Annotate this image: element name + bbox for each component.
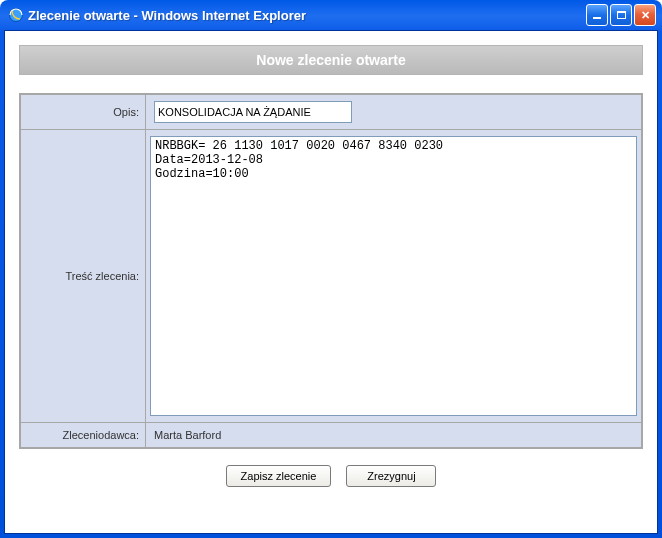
- minimize-button[interactable]: [586, 4, 608, 26]
- zleceniodawca-value: Marta Barford: [154, 429, 221, 441]
- window-controls: [586, 4, 656, 26]
- opis-label: Opis:: [21, 95, 146, 130]
- maximize-button[interactable]: [610, 4, 632, 26]
- window-frame: Zlecenie otwarte - Windows Internet Expl…: [0, 0, 662, 538]
- window-title: Zlecenie otwarte - Windows Internet Expl…: [28, 8, 586, 23]
- tresc-textarea[interactable]: [150, 136, 637, 416]
- button-row: Zapisz zlecenie Zrezygnuj: [19, 449, 643, 487]
- opis-input[interactable]: [154, 101, 352, 123]
- save-button[interactable]: Zapisz zlecenie: [226, 465, 332, 487]
- cancel-button[interactable]: Zrezygnuj: [346, 465, 436, 487]
- titlebar[interactable]: Zlecenie otwarte - Windows Internet Expl…: [0, 0, 662, 30]
- page-heading: Nowe zlecenie otwarte: [19, 45, 643, 75]
- zleceniodawca-label: Zleceniodawca:: [21, 423, 146, 448]
- tresc-label: Treść zlecenia:: [21, 130, 146, 423]
- client-area: Nowe zlecenie otwarte Opis: Treść zlecen…: [4, 30, 658, 534]
- ie-icon: [8, 7, 24, 23]
- close-button[interactable]: [634, 4, 656, 26]
- form-panel: Opis: Treść zlecenia: Zleceniodawca:: [19, 93, 643, 449]
